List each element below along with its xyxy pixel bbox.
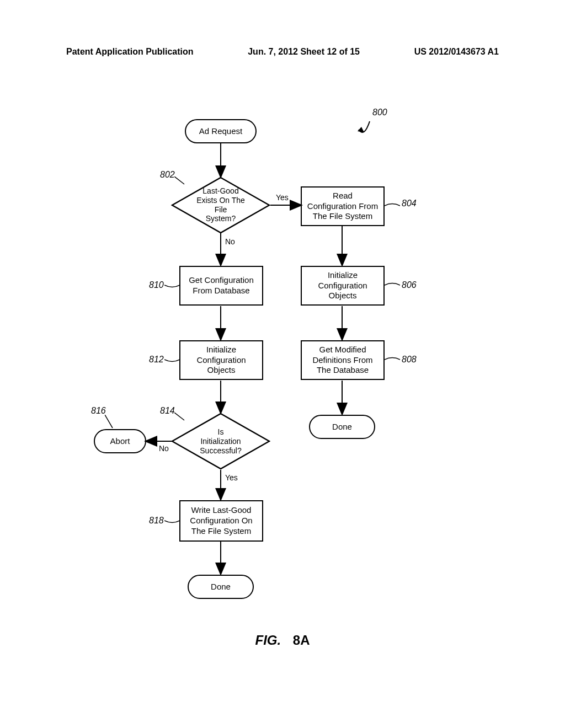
callout-818: [164, 518, 180, 523]
page-header: Patent Application Publication Jun. 7, 2…: [0, 47, 565, 57]
header-right: US 2012/0143673 A1: [414, 47, 499, 57]
dec814-text: Is Initialization Successful?: [200, 427, 241, 455]
callout-814: [174, 413, 185, 421]
svg-line-14: [174, 176, 184, 184]
flowchart-diagram: Ad Request 800 Last-Good Exists On The F…: [94, 110, 480, 662]
callout-802: [174, 176, 185, 185]
svg-line-16: [174, 413, 184, 420]
header-center: Jun. 7, 2012 Sheet 12 of 15: [248, 47, 360, 57]
callout-804: [385, 203, 400, 208]
header-left: Patent Application Publication: [66, 47, 194, 57]
flowchart-arrows: [94, 110, 480, 662]
callout-810: [164, 282, 180, 288]
svg-line-17: [105, 415, 113, 428]
callout-816: [105, 415, 116, 429]
dec802-text: Last-Good Exists On The File System?: [196, 186, 246, 223]
callout-808: [385, 357, 400, 362]
svg-marker-12: [358, 127, 364, 132]
callout-812: [164, 357, 180, 362]
callout-806: [385, 282, 400, 288]
